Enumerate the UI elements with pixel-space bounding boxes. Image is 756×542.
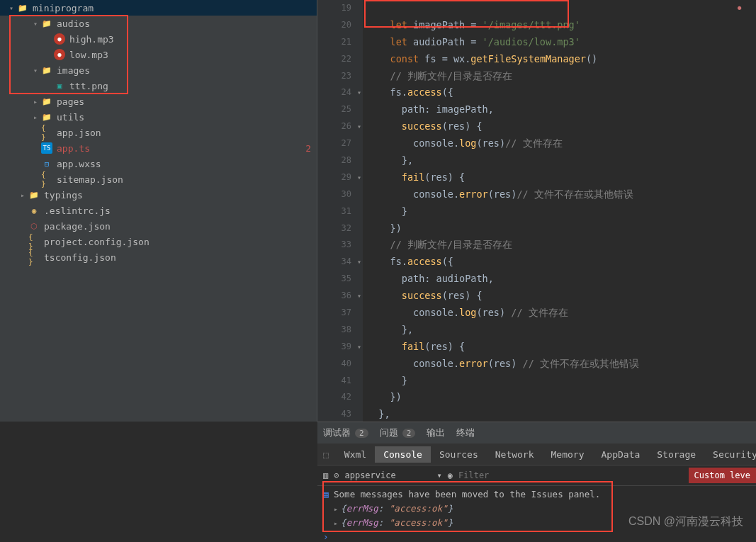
console-info: ▤ Some messages have been moved to the I…	[323, 487, 750, 502]
tree-item[interactable]: ▾📁audios	[0, 16, 317, 31]
eye-icon[interactable]: ◉	[448, 470, 453, 480]
tree-item[interactable]: { }sitemap.json	[0, 171, 317, 187]
expand-icon[interactable]: ▸	[334, 519, 338, 527]
tree-item[interactable]: ▸📁utils	[0, 109, 317, 125]
expand-icon[interactable]: ▸	[334, 505, 338, 513]
tree-item[interactable]: ⬡package.json	[0, 218, 317, 234]
js-icon: ◉	[28, 205, 40, 216]
code-line[interactable]: }	[367, 203, 756, 220]
panel-tabbar[interactable]: 调试器2 问题2 输出 终端	[317, 422, 756, 444]
tree-label: low.mp3	[69, 50, 108, 60]
tree-item[interactable]: { }app.json	[0, 125, 317, 140]
tree-label: sitemap.json	[57, 174, 123, 185]
code-line[interactable]: console.log(res) // 文件存在	[367, 305, 756, 322]
tree-item[interactable]: TSapp.ts2	[0, 140, 317, 156]
code-line[interactable]: },	[367, 406, 756, 423]
code-line[interactable]: fs.access({	[367, 254, 756, 271]
code-line[interactable]: fs.access({	[367, 84, 756, 101]
chevron-icon: ▾	[30, 67, 41, 74]
code-line[interactable]: let imagePath = '/images/ttt.png'	[367, 17, 756, 34]
clear-console-icon[interactable]: ⊘	[334, 470, 339, 480]
folder-red-icon: 📁	[41, 18, 52, 29]
tab-debugger[interactable]: 调试器2	[323, 427, 368, 439]
json-icon: { }	[41, 127, 52, 138]
tree-item[interactable]: ▸📁typings	[0, 187, 317, 203]
devtab-wxml[interactable]: Wxml	[336, 446, 375, 463]
code-line[interactable]: success(res) {	[367, 288, 756, 305]
devtab-console[interactable]: Console	[375, 446, 431, 463]
code-line[interactable]: })	[367, 389, 756, 406]
tab-terminal[interactable]: 终端	[456, 427, 475, 439]
tree-item[interactable]: ◉.eslintrc.js	[0, 203, 317, 218]
code-line[interactable]: },	[367, 152, 756, 169]
code-line[interactable]: fail(res) {	[367, 169, 756, 186]
tree-label: package.json	[44, 221, 111, 232]
code-line[interactable]: console.error(res)// 文件不存在或其他错误	[367, 186, 756, 203]
log-levels-button[interactable]: Custom leve	[689, 468, 756, 483]
modified-dot-icon: •	[735, 1, 743, 16]
devtab-security[interactable]: Security	[704, 446, 756, 463]
devtab-sources[interactable]: Sources	[431, 446, 487, 463]
tree-item[interactable]: ▾📁images	[0, 62, 317, 78]
code-line[interactable]	[367, 0, 756, 17]
code-line[interactable]: })	[367, 220, 756, 237]
tree-folder-root[interactable]: ▾ 📁 miniprogram •	[0, 0, 317, 16]
chevron-icon: ▸	[30, 98, 41, 106]
mp3-icon: ●	[54, 33, 65, 45]
file-explorer[interactable]: ▾ 📁 miniprogram • ▾📁audios●high.mp3●low.…	[0, 0, 317, 422]
chevron-icon: ▸	[30, 113, 41, 121]
code-line[interactable]: // 判断文件/目录是否存在	[367, 68, 756, 85]
tree-label: ttt.png	[69, 81, 108, 91]
tree-item[interactable]: ▣ttt.png	[0, 78, 317, 94]
devtab-memory[interactable]: Memory	[543, 446, 593, 463]
watermark: CSDN @河南漫云科技	[628, 514, 743, 529]
json-icon: { }	[28, 252, 40, 263]
code-line[interactable]: console.error(res) // 文件不存在或其他错误	[367, 356, 756, 373]
tab-problems[interactable]: 问题2	[380, 427, 416, 439]
tree-label: app.json	[57, 128, 101, 138]
ts-icon: TS	[41, 142, 52, 154]
code-line[interactable]: const fs = wx.getFileSystemManager()	[367, 51, 756, 68]
tab-output[interactable]: 输出	[427, 427, 445, 439]
devtab-storage[interactable]: Storage	[648, 446, 704, 463]
console-prompt[interactable]: ›	[323, 530, 750, 542]
devtab-network[interactable]: Network	[487, 446, 543, 463]
tree-item[interactable]: { }project.config.json	[0, 234, 317, 249]
element-picker-icon[interactable]: ⬚	[323, 449, 329, 460]
context-selector[interactable]: appservice ▾	[344, 470, 441, 480]
tree-item[interactable]: { }tsconfig.json	[0, 249, 317, 265]
devtools-tabs[interactable]: ⬚ WxmlConsoleSourcesNetworkMemoryAppData…	[317, 444, 756, 465]
tree-label: miniprogram	[33, 3, 94, 13]
folder-icon: 📁	[41, 111, 52, 123]
console-row[interactable]: ▸{errMsg: "access:ok"}	[323, 502, 750, 516]
code-editor[interactable]: 192021222324▾2526▾272829▾3031323334▾3536…	[317, 0, 756, 422]
code-line[interactable]: fail(res) {	[367, 339, 756, 356]
code-line[interactable]: console.log(res)// 文件存在	[367, 135, 756, 152]
code-line[interactable]: // 判断文件/目录是否存在	[367, 237, 756, 254]
console-toolbar[interactable]: ▥ ⊘ appservice ▾ ◉ Custom leve	[317, 465, 756, 486]
sidebar-toggle-icon[interactable]: ▥	[323, 470, 328, 480]
tree-item[interactable]: ●high.mp3	[0, 31, 317, 47]
tree-label: audios	[57, 18, 90, 29]
code-line[interactable]: path: audioPath,	[367, 271, 756, 288]
tree-label: tsconfig.json	[44, 252, 116, 263]
json-icon: { }	[28, 236, 40, 247]
tree-label: high.mp3	[69, 34, 114, 45]
filter-input[interactable]	[458, 470, 683, 480]
code-line[interactable]: },	[367, 322, 756, 339]
img-icon: ▣	[54, 80, 65, 91]
tree-label: app.ts	[57, 143, 90, 154]
tree-label: utils	[57, 112, 84, 123]
code-line[interactable]: path: imagePath,	[367, 101, 756, 118]
code-area[interactable]: let imagePath = '/images/ttt.png' let au…	[363, 0, 756, 422]
devtab-appdata[interactable]: AppData	[593, 446, 649, 463]
code-line[interactable]: }	[367, 373, 756, 390]
chevron-icon: ▸	[17, 191, 28, 199]
folder-ts-icon: 📁	[28, 189, 40, 201]
tree-item[interactable]: ●low.mp3	[0, 47, 317, 62]
code-line[interactable]: success(res) {	[367, 118, 756, 135]
tree-item[interactable]: ▸📁pages	[0, 94, 317, 109]
tree-item[interactable]: ⊟app.wxss	[0, 156, 317, 171]
code-line[interactable]: let audioPath = '/audios/low.mp3'	[367, 34, 756, 51]
pkg-icon: ⬡	[28, 220, 40, 232]
